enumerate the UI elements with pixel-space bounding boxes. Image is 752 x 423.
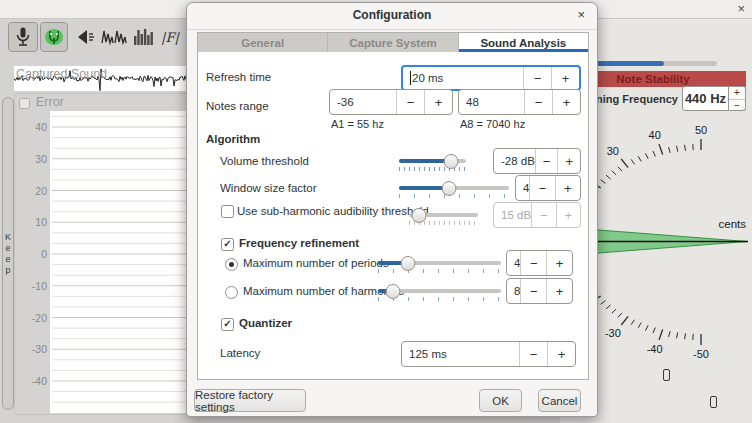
error-checkbox[interactable] bbox=[19, 98, 30, 109]
notes-range-min-spinbox[interactable]: -36 − + bbox=[329, 89, 453, 115]
volume-threshold-knob[interactable] bbox=[444, 154, 459, 169]
window-size-value[interactable]: 4 bbox=[516, 176, 529, 200]
window-size-slider[interactable] bbox=[399, 186, 509, 198]
fmit-logo-icon bbox=[44, 27, 64, 47]
window-minus-button[interactable]: − bbox=[529, 176, 554, 200]
speaker-button[interactable] bbox=[72, 22, 98, 52]
max-periods-radio[interactable] bbox=[225, 258, 238, 271]
window-size-knob[interactable] bbox=[441, 181, 456, 196]
notes-range-max-value[interactable]: 48 bbox=[459, 90, 524, 114]
latency-plus-button[interactable]: + bbox=[547, 342, 575, 366]
error-axis-tick: 0 bbox=[17, 248, 47, 260]
notes-range-max-spinbox[interactable]: 48 − + bbox=[458, 89, 581, 115]
volume-plus-button[interactable]: + bbox=[557, 149, 580, 173]
tab-capture-system[interactable]: Capture System bbox=[328, 33, 458, 52]
notes-max-note: A8 = 7040 hz bbox=[460, 118, 525, 130]
text-caret bbox=[410, 71, 411, 85]
keep-button[interactable]: Keep bbox=[2, 97, 14, 410]
max-harmonics-slider[interactable] bbox=[378, 289, 501, 301]
quantizer-header: Quantizer bbox=[239, 317, 292, 329]
notes-range-min-value[interactable]: -36 bbox=[330, 90, 396, 114]
fmit-logo-button[interactable] bbox=[40, 22, 68, 52]
tuning-frequency-input[interactable]: 440 Hz bbox=[682, 86, 729, 111]
volume-threshold-value[interactable]: -28 dB bbox=[494, 149, 535, 173]
configuration-dialog: Configuration × General Capture System S… bbox=[186, 2, 598, 417]
latency-label: Latency bbox=[220, 347, 260, 359]
latency-spinbox[interactable]: 125 ms − + bbox=[401, 341, 576, 367]
notes-min-minus-button[interactable]: − bbox=[396, 90, 424, 114]
main-close-icon[interactable]: × bbox=[737, 1, 745, 16]
note-stability-label: Note Stability bbox=[616, 73, 689, 85]
periods-plus-button[interactable]: + bbox=[546, 251, 572, 275]
max-periods-slider[interactable] bbox=[378, 261, 501, 273]
error-axis-tick: 40 bbox=[17, 121, 47, 133]
flat-glyph-icon bbox=[663, 369, 670, 381]
window-size-spinbox[interactable]: 4 − + bbox=[515, 175, 581, 201]
dialog-tabs: General Capture System Sound Analysis bbox=[197, 32, 589, 53]
error-plot bbox=[50, 111, 196, 413]
error-axis-tick: 10 bbox=[17, 216, 47, 228]
error-axis-tick: -20 bbox=[17, 312, 47, 324]
periods-minus-button[interactable]: − bbox=[520, 251, 546, 275]
volume-threshold-spinbox[interactable]: -28 dB − + bbox=[493, 148, 581, 174]
waveform-icon bbox=[101, 27, 127, 47]
tuning-frequency-stepper: + − bbox=[729, 86, 746, 111]
tuning-frequency-value: 440 Hz bbox=[685, 91, 726, 106]
subharmonic-checkbox[interactable] bbox=[221, 205, 234, 218]
max-harmonics-radio[interactable] bbox=[225, 286, 238, 299]
ok-button[interactable]: OK bbox=[479, 389, 522, 412]
volume-minus-button[interactable]: − bbox=[535, 149, 558, 173]
error-axis-tick: -30 bbox=[17, 343, 47, 355]
quantizer-checkbox[interactable]: ✓ bbox=[221, 318, 234, 331]
notes-max-plus-button[interactable]: + bbox=[552, 90, 580, 114]
captured-sound-panel: Captured Sound bbox=[14, 66, 196, 91]
notes-min-plus-button[interactable]: + bbox=[424, 90, 452, 114]
latency-value[interactable]: 125 ms bbox=[402, 342, 519, 366]
microphone-button[interactable] bbox=[8, 22, 38, 52]
harmonics-minus-button[interactable]: − bbox=[520, 279, 546, 303]
window-plus-button[interactable]: + bbox=[555, 176, 580, 200]
error-axis-tick: -10 bbox=[17, 280, 47, 292]
max-harmonics-knob[interactable] bbox=[385, 284, 400, 299]
dialog-title: Configuration bbox=[187, 3, 597, 30]
tuning-frequency-down-button[interactable]: − bbox=[729, 99, 745, 112]
subharmonic-plus-button: + bbox=[556, 203, 580, 227]
subharmonic-spinbox: 15 dB − + bbox=[493, 202, 581, 228]
tab-general[interactable]: General bbox=[198, 33, 328, 52]
error-axis-tick: 30 bbox=[17, 153, 47, 165]
fourier-button[interactable]: |F| bbox=[158, 22, 182, 52]
app-window: × bbox=[0, 0, 752, 423]
max-harmonics-spinbox[interactable]: 8 − + bbox=[506, 278, 573, 304]
waveform-button[interactable] bbox=[100, 22, 128, 52]
frequency-refinement-checkbox[interactable]: ✓ bbox=[221, 238, 234, 251]
tuning-frequency-up-button[interactable]: + bbox=[729, 87, 745, 99]
speaker-icon bbox=[74, 28, 96, 46]
subharmonic-minus-button: − bbox=[531, 203, 555, 227]
subharmonic-slider[interactable] bbox=[409, 213, 478, 225]
error-axis-tick: 20 bbox=[17, 185, 47, 197]
max-periods-knob[interactable] bbox=[400, 256, 415, 271]
frequency-refinement-header: Frequency refinement bbox=[239, 237, 359, 249]
subharmonic-label: Use sub-harmonic audibility threshold bbox=[237, 205, 429, 217]
histogram-button[interactable] bbox=[131, 22, 155, 52]
latency-minus-button[interactable]: − bbox=[519, 342, 547, 366]
restore-factory-settings-button[interactable]: Restore factory settings bbox=[194, 389, 306, 412]
volume-threshold-label: Volume threshold bbox=[220, 155, 309, 167]
fourier-icon: |F| bbox=[161, 30, 179, 45]
refresh-time-spinbox[interactable]: 20 ms − + bbox=[401, 65, 581, 91]
subharmonic-knob[interactable] bbox=[411, 208, 426, 223]
max-periods-value[interactable]: 4 bbox=[507, 251, 520, 275]
notes-range-label: Notes range bbox=[206, 100, 269, 112]
max-harmonics-value[interactable]: 8 bbox=[507, 279, 520, 303]
volume-threshold-slider[interactable] bbox=[399, 159, 466, 171]
notes-max-minus-button[interactable]: − bbox=[524, 90, 552, 114]
cancel-button[interactable]: Cancel bbox=[538, 389, 581, 412]
error-title: Error bbox=[36, 95, 64, 109]
notes-min-note: A1 = 55 hz bbox=[331, 118, 384, 130]
harmonics-plus-button[interactable]: + bbox=[546, 279, 572, 303]
refresh-time-minus-button[interactable]: − bbox=[523, 67, 551, 89]
tab-sound-analysis[interactable]: Sound Analysis bbox=[459, 33, 588, 52]
refresh-time-plus-button[interactable]: + bbox=[551, 67, 579, 89]
max-periods-spinbox[interactable]: 4 − + bbox=[506, 250, 573, 276]
dialog-close-icon[interactable]: × bbox=[577, 8, 585, 22]
